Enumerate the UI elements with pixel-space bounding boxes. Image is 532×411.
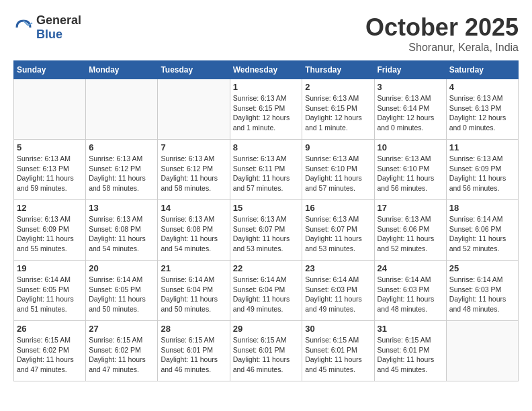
calendar-cell: 14Sunrise: 6:13 AM Sunset: 6:08 PM Dayli… <box>158 200 230 261</box>
days-header-row: SundayMondayTuesdayWednesdayThursdayFrid… <box>14 61 519 79</box>
location-subtitle: Shoranur, Kerala, India <box>365 42 519 54</box>
day-info: Sunrise: 6:13 AM Sunset: 6:14 PM Dayligh… <box>378 93 443 133</box>
calendar-cell <box>446 321 518 381</box>
day-number: 11 <box>449 142 515 152</box>
calendar-cell: 25Sunrise: 6:14 AM Sunset: 6:03 PM Dayli… <box>446 261 518 321</box>
day-info: Sunrise: 6:14 AM Sunset: 6:05 PM Dayligh… <box>89 275 154 314</box>
day-number: 16 <box>305 203 371 213</box>
calendar-cell: 6Sunrise: 6:13 AM Sunset: 6:12 PM Daylig… <box>86 140 158 200</box>
day-info: Sunrise: 6:14 AM Sunset: 6:03 PM Dayligh… <box>378 275 443 314</box>
day-info: Sunrise: 6:14 AM Sunset: 6:04 PM Dayligh… <box>233 275 300 314</box>
logo-text: General Blue <box>36 13 81 42</box>
day-info: Sunrise: 6:15 AM Sunset: 6:02 PM Dayligh… <box>17 335 83 375</box>
calendar-cell: 7Sunrise: 6:13 AM Sunset: 6:12 PM Daylig… <box>158 140 230 200</box>
day-number: 23 <box>305 263 371 273</box>
calendar-cell: 10Sunrise: 6:13 AM Sunset: 6:10 PM Dayli… <box>374 140 446 200</box>
day-info: Sunrise: 6:13 AM Sunset: 6:12 PM Dayligh… <box>161 154 226 193</box>
day-info: Sunrise: 6:13 AM Sunset: 6:06 PM Dayligh… <box>378 214 443 254</box>
calendar-cell: 30Sunrise: 6:15 AM Sunset: 6:01 PM Dayli… <box>302 321 374 381</box>
day-number: 18 <box>449 203 515 213</box>
day-header-tuesday: Tuesday <box>158 61 230 79</box>
day-number: 31 <box>378 324 443 334</box>
day-info: Sunrise: 6:13 AM Sunset: 6:10 PM Dayligh… <box>378 154 443 193</box>
calendar-cell: 19Sunrise: 6:14 AM Sunset: 6:05 PM Dayli… <box>14 261 86 321</box>
page-header: General Blue October 2025 Shoranur, Kera… <box>13 13 519 54</box>
logo-blue: Blue <box>36 28 81 42</box>
week-row-1: 1Sunrise: 6:13 AM Sunset: 6:15 PM Daylig… <box>14 79 519 140</box>
day-info: Sunrise: 6:13 AM Sunset: 6:15 PM Dayligh… <box>305 93 371 133</box>
day-number: 3 <box>378 82 443 92</box>
month-title: October 2025 <box>365 13 519 42</box>
day-info: Sunrise: 6:13 AM Sunset: 6:12 PM Dayligh… <box>89 154 154 193</box>
calendar-cell: 23Sunrise: 6:14 AM Sunset: 6:03 PM Dayli… <box>302 261 374 321</box>
day-number: 6 <box>89 142 154 152</box>
calendar-cell: 24Sunrise: 6:14 AM Sunset: 6:03 PM Dayli… <box>374 261 446 321</box>
day-number: 1 <box>233 82 300 92</box>
calendar-table: SundayMondayTuesdayWednesdayThursdayFrid… <box>13 60 519 381</box>
day-info: Sunrise: 6:13 AM Sunset: 6:08 PM Dayligh… <box>161 214 226 254</box>
week-row-5: 26Sunrise: 6:15 AM Sunset: 6:02 PM Dayli… <box>14 321 519 381</box>
title-block: October 2025 Shoranur, Kerala, India <box>365 13 519 54</box>
calendar-cell: 13Sunrise: 6:13 AM Sunset: 6:08 PM Dayli… <box>86 200 158 261</box>
calendar-cell: 9Sunrise: 6:13 AM Sunset: 6:10 PM Daylig… <box>302 140 374 200</box>
day-info: Sunrise: 6:15 AM Sunset: 6:01 PM Dayligh… <box>378 335 443 375</box>
calendar-cell: 20Sunrise: 6:14 AM Sunset: 6:05 PM Dayli… <box>86 261 158 321</box>
day-number: 2 <box>305 82 371 92</box>
day-info: Sunrise: 6:14 AM Sunset: 6:04 PM Dayligh… <box>161 275 226 314</box>
day-number: 24 <box>378 263 443 273</box>
day-number: 9 <box>305 142 371 152</box>
calendar-cell: 3Sunrise: 6:13 AM Sunset: 6:14 PM Daylig… <box>374 79 446 140</box>
day-number: 22 <box>233 263 300 273</box>
day-info: Sunrise: 6:15 AM Sunset: 6:01 PM Dayligh… <box>305 335 371 375</box>
day-header-wednesday: Wednesday <box>230 61 302 79</box>
logo-icon <box>13 17 34 38</box>
week-row-4: 19Sunrise: 6:14 AM Sunset: 6:05 PM Dayli… <box>14 261 519 321</box>
calendar-cell <box>86 79 158 140</box>
calendar-cell: 26Sunrise: 6:15 AM Sunset: 6:02 PM Dayli… <box>14 321 86 381</box>
logo: General Blue <box>13 13 81 42</box>
calendar-cell: 22Sunrise: 6:14 AM Sunset: 6:04 PM Dayli… <box>230 261 302 321</box>
day-header-monday: Monday <box>86 61 158 79</box>
week-row-3: 12Sunrise: 6:13 AM Sunset: 6:09 PM Dayli… <box>14 200 519 261</box>
calendar-cell: 5Sunrise: 6:13 AM Sunset: 6:13 PM Daylig… <box>14 140 86 200</box>
day-header-sunday: Sunday <box>14 61 86 79</box>
day-info: Sunrise: 6:14 AM Sunset: 6:03 PM Dayligh… <box>449 275 515 314</box>
day-info: Sunrise: 6:13 AM Sunset: 6:08 PM Dayligh… <box>89 214 154 254</box>
day-info: Sunrise: 6:14 AM Sunset: 6:06 PM Dayligh… <box>449 214 515 254</box>
day-number: 7 <box>161 142 226 152</box>
day-number: 15 <box>233 203 300 213</box>
logo-general: General <box>36 13 81 28</box>
calendar-cell <box>158 79 230 140</box>
day-number: 12 <box>17 203 83 213</box>
day-number: 4 <box>449 82 515 92</box>
day-number: 20 <box>89 263 154 273</box>
day-number: 17 <box>378 203 443 213</box>
day-info: Sunrise: 6:13 AM Sunset: 6:10 PM Dayligh… <box>305 154 371 193</box>
calendar-cell: 17Sunrise: 6:13 AM Sunset: 6:06 PM Dayli… <box>374 200 446 261</box>
calendar-cell: 29Sunrise: 6:15 AM Sunset: 6:01 PM Dayli… <box>230 321 302 381</box>
day-info: Sunrise: 6:14 AM Sunset: 6:05 PM Dayligh… <box>17 275 83 314</box>
day-number: 19 <box>17 263 83 273</box>
calendar-cell: 16Sunrise: 6:13 AM Sunset: 6:07 PM Dayli… <box>302 200 374 261</box>
calendar-cell: 8Sunrise: 6:13 AM Sunset: 6:11 PM Daylig… <box>230 140 302 200</box>
calendar-cell: 4Sunrise: 6:13 AM Sunset: 6:13 PM Daylig… <box>446 79 518 140</box>
day-number: 5 <box>17 142 83 152</box>
calendar-cell: 12Sunrise: 6:13 AM Sunset: 6:09 PM Dayli… <box>14 200 86 261</box>
day-header-friday: Friday <box>374 61 446 79</box>
day-info: Sunrise: 6:15 AM Sunset: 6:01 PM Dayligh… <box>233 335 300 375</box>
day-number: 29 <box>233 324 300 334</box>
day-number: 27 <box>89 324 154 334</box>
week-row-2: 5Sunrise: 6:13 AM Sunset: 6:13 PM Daylig… <box>14 140 519 200</box>
calendar-cell: 2Sunrise: 6:13 AM Sunset: 6:15 PM Daylig… <box>302 79 374 140</box>
day-info: Sunrise: 6:13 AM Sunset: 6:13 PM Dayligh… <box>449 93 515 133</box>
day-number: 21 <box>161 263 226 273</box>
day-info: Sunrise: 6:13 AM Sunset: 6:09 PM Dayligh… <box>449 154 515 193</box>
calendar-cell: 11Sunrise: 6:13 AM Sunset: 6:09 PM Dayli… <box>446 140 518 200</box>
day-info: Sunrise: 6:15 AM Sunset: 6:01 PM Dayligh… <box>161 335 226 375</box>
day-info: Sunrise: 6:13 AM Sunset: 6:13 PM Dayligh… <box>17 154 83 193</box>
day-number: 13 <box>89 203 154 213</box>
calendar-cell: 1Sunrise: 6:13 AM Sunset: 6:15 PM Daylig… <box>230 79 302 140</box>
day-number: 14 <box>161 203 226 213</box>
day-info: Sunrise: 6:13 AM Sunset: 6:07 PM Dayligh… <box>233 214 300 254</box>
day-number: 30 <box>305 324 371 334</box>
